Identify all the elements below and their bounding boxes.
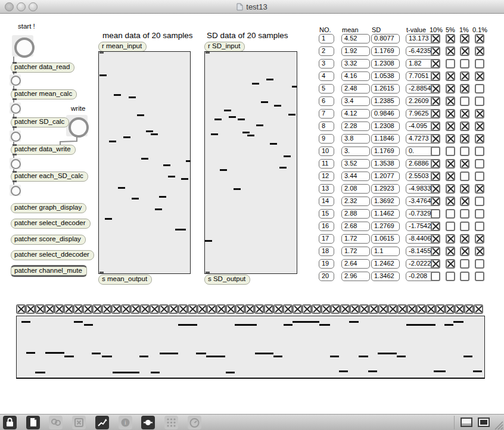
patcher-box-channel-mute[interactable]: patcher channel_mute	[11, 265, 87, 277]
row18-sig-toggle-0.1%[interactable]	[475, 247, 484, 256]
send-sd-output-object[interactable]: s SD_output	[204, 275, 250, 285]
channel-toggle-49[interactable]	[474, 304, 483, 314]
row6-sig-toggle-1%[interactable]	[460, 96, 469, 106]
row3-sig-toggle-1%[interactable]	[460, 59, 469, 68]
row20-sig-toggle-1%[interactable]	[460, 272, 469, 281]
row12-sig-toggle-0.1%[interactable]	[475, 172, 484, 181]
timer-icon[interactable]	[188, 416, 201, 429]
patcher-box-score-display[interactable]: patcher score_display	[11, 235, 86, 245]
channel-toggle-38[interactable]	[369, 304, 378, 314]
patcher-box-SD-calc[interactable]: patcher SD_calc	[11, 117, 69, 127]
row11-sig-toggle-5%[interactable]	[446, 159, 455, 169]
row7-mean-box[interactable]: 4.12	[341, 109, 370, 119]
title-bar[interactable]: test13	[0, 0, 504, 14]
row5-sd-box[interactable]: 1.2615	[371, 84, 400, 94]
row1-mean-box[interactable]: 4.52	[341, 34, 370, 43]
row17-sd-box[interactable]: 1.0615	[371, 234, 400, 244]
channel-toggle-37[interactable]	[359, 304, 369, 314]
channel-toggle-39[interactable]	[378, 304, 388, 314]
row4-sd-box[interactable]: 1.0538	[371, 71, 400, 81]
channel-toggle-8[interactable]	[83, 304, 92, 314]
presentation-chart-icon[interactable]	[95, 416, 109, 429]
row14-sig-toggle-5%[interactable]	[446, 197, 455, 206]
bang-button-4[interactable]	[10, 158, 21, 169]
row16-sig-toggle-10%[interactable]	[431, 222, 440, 231]
row8-mean-box[interactable]: 2.28	[341, 121, 370, 131]
row13-sig-toggle-10%[interactable]	[431, 184, 440, 194]
start-bang-button[interactable]	[12, 35, 33, 57]
channel-toggle-45[interactable]	[435, 304, 445, 314]
row16-sig-toggle-1%[interactable]	[460, 222, 469, 231]
row14-mean-box[interactable]: 2.32	[341, 197, 370, 206]
row13-sig-toggle-1%[interactable]	[460, 184, 469, 194]
row4-sig-toggle-5%[interactable]	[446, 71, 455, 81]
row20-sig-toggle-5%[interactable]	[446, 272, 455, 281]
row9-mean-box[interactable]: 3.8	[341, 134, 370, 144]
channel-toggle-20[interactable]	[197, 304, 207, 314]
row17-sig-toggle-10%[interactable]	[431, 234, 440, 244]
lock-icon[interactable]	[3, 416, 17, 429]
channel-toggle-47[interactable]	[455, 304, 464, 314]
row18-sig-toggle-1%[interactable]	[460, 247, 469, 256]
row8-no-box[interactable]: 8	[319, 121, 334, 131]
channel-toggle-33[interactable]	[321, 304, 331, 314]
row9-sd-box[interactable]: 1.1846	[371, 134, 400, 144]
channel-toggle-28[interactable]	[273, 304, 283, 314]
row13-sd-box[interactable]: 1.2923	[371, 184, 400, 194]
row14-sd-box[interactable]: 1.3692	[371, 197, 400, 206]
row11-sig-toggle-10%[interactable]	[431, 159, 440, 169]
row20-sig-toggle-0.1%[interactable]	[475, 272, 484, 281]
sd-multislider-display[interactable]	[204, 51, 297, 274]
row1-sig-toggle-5%[interactable]	[446, 34, 455, 43]
row7-sig-toggle-0.1%[interactable]	[475, 109, 484, 119]
row6-mean-box[interactable]: 3.4	[341, 96, 370, 106]
channel-toggle-11[interactable]	[111, 304, 121, 314]
grid-icon[interactable]	[164, 416, 178, 429]
row13-no-box[interactable]: 13	[319, 184, 334, 194]
channel-toggle-35[interactable]	[340, 304, 350, 314]
patcher-box-data-write[interactable]: patcher data_write	[11, 145, 76, 155]
row8-sig-toggle-0.1%[interactable]	[475, 121, 484, 131]
row8-sig-toggle-1%[interactable]	[460, 121, 469, 131]
channel-toggle-13[interactable]	[130, 304, 140, 314]
row18-sig-toggle-10%[interactable]	[431, 247, 440, 256]
score-multislider-display[interactable]	[16, 316, 485, 379]
row4-sig-toggle-0.1%[interactable]	[475, 71, 484, 81]
row2-sig-toggle-0.1%[interactable]	[475, 46, 484, 56]
channel-toggle-48[interactable]	[464, 304, 474, 314]
row14-sig-toggle-1%[interactable]	[460, 197, 469, 206]
channel-toggle-1[interactable]	[16, 304, 26, 314]
row10-no-box[interactable]: 10	[319, 147, 334, 156]
channel-toggle-41[interactable]	[397, 304, 407, 314]
patcher-box-mean-calc[interactable]: patcher mean_calc	[11, 89, 77, 99]
row12-mean-box[interactable]: 3.44	[341, 172, 370, 181]
row11-sd-box[interactable]: 1.3538	[371, 159, 400, 169]
row8-sig-toggle-5%[interactable]	[446, 121, 455, 131]
channel-toggle-46[interactable]	[445, 304, 455, 314]
row10-sig-toggle-10%[interactable]	[431, 147, 440, 156]
row5-sig-toggle-1%[interactable]	[460, 84, 469, 94]
row20-sig-toggle-10%[interactable]	[431, 272, 440, 281]
row19-sig-toggle-5%[interactable]	[446, 259, 455, 269]
row15-sd-box[interactable]: 1.1462	[371, 209, 400, 219]
row2-mean-box[interactable]: 1.92	[341, 46, 370, 56]
channel-toggle-34[interactable]	[331, 304, 340, 314]
row2-sig-toggle-10%[interactable]	[431, 46, 440, 56]
row13-sig-toggle-5%[interactable]	[446, 184, 455, 194]
patcher-box-select-decoder[interactable]: patcher select_decoder	[11, 219, 91, 229]
row2-sd-box[interactable]: 1.1769	[371, 46, 400, 56]
row3-no-box[interactable]: 3	[319, 59, 334, 68]
row17-sig-toggle-5%[interactable]	[446, 234, 455, 244]
channel-toggle-23[interactable]	[226, 304, 235, 314]
channel-toggle-21[interactable]	[207, 304, 216, 314]
row7-sig-toggle-10%[interactable]	[431, 109, 440, 119]
row6-sig-toggle-0.1%[interactable]	[475, 96, 484, 106]
row8-sig-toggle-10%[interactable]	[431, 121, 440, 131]
patcher-box-graph-display[interactable]: patcher graph_display	[11, 203, 86, 213]
row7-sd-box[interactable]: 0.9846	[371, 109, 400, 119]
row15-mean-box[interactable]: 2.88	[341, 209, 370, 219]
channel-toggle-19[interactable]	[188, 304, 197, 314]
channel-toggle-3[interactable]	[35, 304, 45, 314]
row1-sd-box[interactable]: 0.8077	[371, 34, 400, 43]
row7-sig-toggle-1%[interactable]	[460, 109, 469, 119]
